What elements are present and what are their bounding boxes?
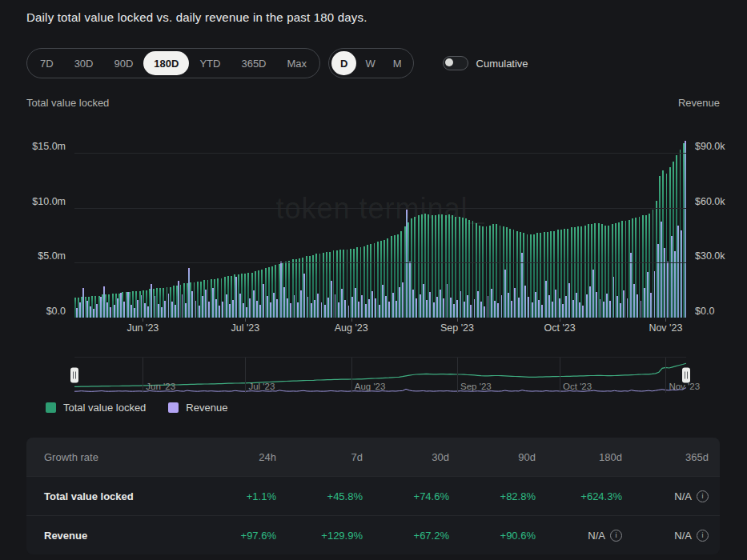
growth-value-cell: +45.8% bbox=[287, 490, 374, 502]
gridline bbox=[74, 153, 686, 154]
tvl-bar bbox=[468, 220, 470, 318]
table-header-cell: 90d bbox=[460, 451, 547, 463]
x-axis-tick: Nov '23 bbox=[649, 322, 682, 334]
minimap-month-label: Jul '23 bbox=[248, 382, 275, 391]
cumulative-label: Cumulative bbox=[476, 58, 528, 70]
x-axis-tick: Sep '23 bbox=[440, 322, 474, 334]
y-axis-tick-right: $60.0k bbox=[686, 196, 725, 207]
x-axis-tick-mark bbox=[143, 318, 143, 322]
info-icon[interactable]: i bbox=[697, 490, 709, 502]
gridline bbox=[74, 262, 686, 263]
minimap-month-label: Nov '23 bbox=[669, 382, 700, 391]
na-value: N/Ai bbox=[588, 530, 622, 542]
chart-legend: Total value lockedRevenue bbox=[46, 402, 227, 414]
time-range-group: 7D30D90D180DYTD365DMax bbox=[26, 48, 320, 78]
table-header-row: Growth rate24h7d30d90d180d365d bbox=[26, 438, 720, 476]
x-axis-tick-mark bbox=[245, 318, 246, 322]
right-axis-title: Revenue bbox=[678, 97, 720, 109]
gridline bbox=[74, 208, 686, 209]
main-chart: token terminal_ $15.0m$10.0m$5.0m$0.0$90… bbox=[74, 128, 686, 318]
legend-label: Revenue bbox=[186, 402, 227, 414]
growth-rate-table: Growth rate24h7d30d90d180d365dTotal valu… bbox=[26, 438, 720, 554]
frequency-button-m[interactable]: M bbox=[384, 51, 411, 75]
growth-value-cell: N/Ai bbox=[633, 490, 720, 502]
page: { "title": "Daily total value locked vs.… bbox=[0, 0, 747, 560]
x-axis-tick: Jun '23 bbox=[127, 322, 159, 334]
tvl-bar bbox=[452, 215, 453, 318]
chart-bars-layer[interactable] bbox=[74, 128, 686, 318]
minimap-gridline bbox=[560, 358, 560, 393]
table-row: Total value locked+1.1%+45.8%+74.6%+82.8… bbox=[26, 476, 720, 515]
minimap-gridline bbox=[665, 358, 666, 393]
growth-value-cell: N/Ai bbox=[633, 530, 720, 542]
y-axis-tick-left: $10.0m bbox=[32, 196, 74, 207]
x-axis-tick: Jul '23 bbox=[231, 322, 260, 334]
growth-value-cell: +82.8% bbox=[460, 490, 547, 502]
growth-value-cell: +90.6% bbox=[460, 530, 547, 542]
growth-value-cell: N/Ai bbox=[547, 530, 633, 542]
x-axis-tick-mark bbox=[351, 318, 352, 322]
info-icon[interactable]: i bbox=[697, 530, 709, 542]
range-button-180d[interactable]: 180D bbox=[143, 51, 189, 75]
minimap-month-label: Jun '23 bbox=[146, 382, 175, 391]
frequency-button-d[interactable]: D bbox=[331, 51, 356, 75]
growth-value-cell: +1.1% bbox=[201, 490, 287, 502]
na-value: N/Ai bbox=[674, 490, 709, 502]
minimap-gridline bbox=[351, 358, 352, 393]
minimap-gridline bbox=[143, 358, 143, 393]
page-title: Daily total value locked vs. daily reven… bbox=[26, 10, 367, 24]
x-axis-tick-mark bbox=[560, 318, 560, 322]
info-icon[interactable]: i bbox=[610, 530, 622, 542]
growth-value-cell: +97.6% bbox=[201, 530, 287, 542]
na-value: N/Ai bbox=[674, 530, 709, 542]
table-row: Revenue+97.6%+129.9%+67.2%+90.6%N/AiN/Ai bbox=[26, 515, 720, 554]
table-header-cell: 365d bbox=[633, 451, 720, 463]
y-axis-tick-left: $15.0m bbox=[32, 141, 74, 152]
tvl-bar bbox=[580, 226, 582, 318]
legend-swatch bbox=[46, 402, 56, 413]
growth-value-cell: +67.2% bbox=[374, 530, 460, 542]
legend-label: Total value locked bbox=[63, 402, 146, 414]
range-button-max[interactable]: Max bbox=[277, 51, 318, 75]
range-button-7d[interactable]: 7D bbox=[30, 51, 64, 75]
y-axis-tick-right: $0.0 bbox=[686, 306, 714, 317]
x-axis-tick: Aug '23 bbox=[335, 322, 368, 334]
brush-handle-left[interactable] bbox=[70, 368, 78, 383]
row-label: Total value locked bbox=[26, 490, 201, 502]
table-header-cell: 180d bbox=[547, 451, 633, 463]
minimap-gridline bbox=[457, 358, 458, 393]
x-axis-tick: Oct '23 bbox=[544, 322, 575, 334]
range-button-365d[interactable]: 365D bbox=[231, 51, 276, 75]
brush-handle-right[interactable] bbox=[682, 368, 690, 383]
minimap-month-label: Oct '23 bbox=[563, 382, 592, 391]
chart-controls: 7D30D90D180DYTD365DMax DWM Cumulative bbox=[26, 48, 528, 78]
legend-swatch bbox=[168, 402, 179, 413]
x-axis-tick-mark bbox=[457, 318, 458, 322]
left-axis-title: Total value locked bbox=[26, 97, 109, 109]
growth-value-cell: +74.6% bbox=[374, 490, 460, 502]
table-header-cell: Growth rate bbox=[26, 451, 201, 463]
y-axis-tick-left: $0.0 bbox=[46, 306, 74, 317]
row-label: Revenue bbox=[26, 530, 201, 542]
frequency-group: DWM bbox=[328, 48, 414, 78]
x-axis-tick-mark bbox=[665, 318, 666, 322]
minimap-month-label: Aug '23 bbox=[355, 382, 386, 391]
minimap-month-label: Sep '23 bbox=[460, 382, 492, 391]
legend-item-total-value-locked[interactable]: Total value locked bbox=[46, 402, 146, 414]
range-button-90d[interactable]: 90D bbox=[103, 51, 143, 75]
table-header-cell: 24h bbox=[201, 451, 287, 463]
legend-item-revenue[interactable]: Revenue bbox=[168, 402, 227, 414]
table-header-cell: 7d bbox=[287, 451, 374, 463]
cumulative-toggle-wrap: Cumulative bbox=[443, 56, 528, 70]
tvl-bar bbox=[482, 226, 484, 318]
frequency-button-w[interactable]: W bbox=[356, 51, 384, 75]
y-axis-tick-right: $30.0k bbox=[686, 250, 725, 262]
range-button-30d[interactable]: 30D bbox=[64, 51, 104, 75]
y-axis-tick-left: $5.0m bbox=[38, 250, 74, 262]
range-button-ytd[interactable]: YTD bbox=[189, 51, 231, 75]
toggle-knob-icon bbox=[445, 58, 453, 66]
minimap-gridline bbox=[245, 358, 246, 393]
cumulative-toggle[interactable] bbox=[443, 56, 468, 70]
axis-titles-row: Total value locked Revenue bbox=[26, 97, 720, 109]
minimap-brush[interactable]: Jun '23Jul '23Aug '23Sep '23Oct '23Nov '… bbox=[74, 357, 686, 393]
